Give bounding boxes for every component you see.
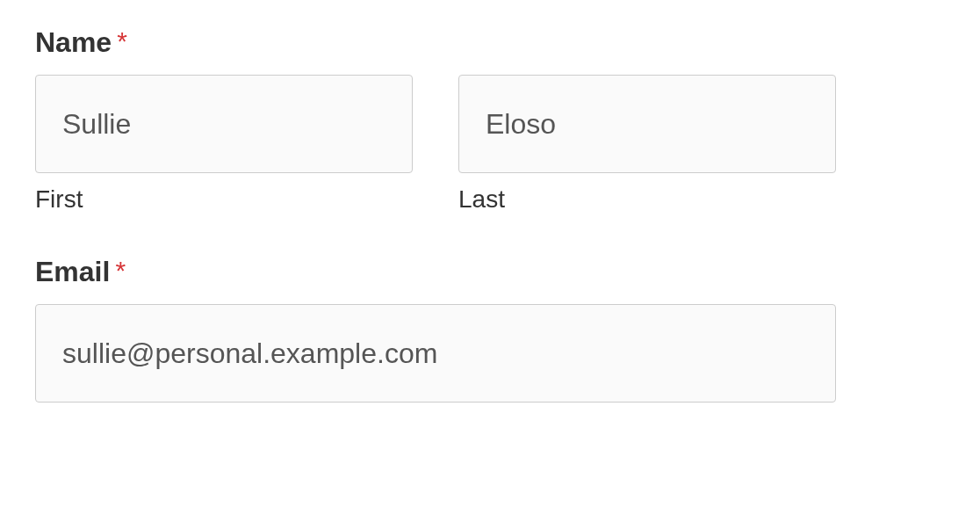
required-asterisk: * <box>115 256 126 285</box>
name-field-group: Name* First Last <box>35 26 945 214</box>
email-label: Email* <box>35 256 126 288</box>
email-label-text: Email <box>35 256 110 287</box>
first-name-input[interactable] <box>35 75 413 173</box>
email-input[interactable] <box>35 304 836 403</box>
name-label-text: Name <box>35 26 112 58</box>
email-row <box>35 304 945 403</box>
first-name-col: First <box>35 75 413 214</box>
last-name-input[interactable] <box>458 75 836 173</box>
required-asterisk: * <box>117 26 127 55</box>
name-row: First Last <box>35 75 945 214</box>
last-name-col: Last <box>458 75 836 214</box>
first-name-sublabel: First <box>35 185 413 214</box>
email-field-group: Email* <box>35 256 945 403</box>
last-name-sublabel: Last <box>458 185 836 214</box>
name-label: Name* <box>35 26 127 59</box>
